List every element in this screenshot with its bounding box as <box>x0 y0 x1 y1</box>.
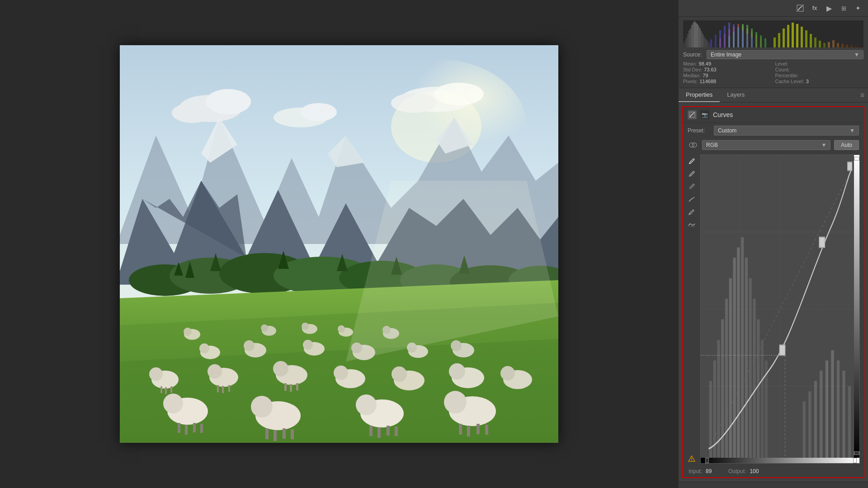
curves-tools <box>687 155 698 464</box>
stddev-value: 73.63 <box>704 67 717 72</box>
percentile-label: Percentile: <box>775 73 799 78</box>
svg-rect-63 <box>290 384 292 392</box>
svg-point-86 <box>356 394 377 415</box>
panel-tabs: Properties Layers ≡ <box>679 88 868 103</box>
source-row: Source: Entire Image ▼ <box>683 50 863 59</box>
svg-point-99 <box>172 103 212 123</box>
curves-graph[interactable] <box>700 155 860 464</box>
svg-rect-174 <box>859 46 862 47</box>
svg-rect-153 <box>746 34 748 47</box>
svg-rect-89 <box>387 426 390 436</box>
mean-value: 98.49 <box>699 61 712 66</box>
svg-rect-64 <box>296 383 298 390</box>
output-slider-top[interactable] <box>854 157 859 160</box>
right-panel-scrollbar[interactable] <box>679 482 868 488</box>
panel-icon-settings[interactable]: ✦ <box>852 2 864 14</box>
warning-icon <box>687 454 697 464</box>
svg-rect-125 <box>709 43 710 47</box>
median-label: Median: <box>683 73 701 78</box>
cache-label: Cache Level: <box>775 79 804 84</box>
svg-point-43 <box>303 340 313 350</box>
svg-rect-90 <box>395 427 398 436</box>
svg-rect-192 <box>709 381 712 463</box>
curves-adjustment-icon <box>688 110 697 119</box>
svg-rect-96 <box>485 425 488 435</box>
svg-rect-166 <box>823 43 826 47</box>
svg-rect-154 <box>751 38 753 47</box>
svg-rect-197 <box>729 278 732 463</box>
svg-rect-62 <box>284 383 287 391</box>
svg-rect-194 <box>717 340 720 463</box>
svg-rect-155 <box>774 38 776 47</box>
svg-rect-198 <box>733 258 736 463</box>
svg-point-80 <box>251 396 273 418</box>
eyedropper-gray-tool[interactable] <box>687 169 697 179</box>
svg-rect-54 <box>170 386 172 393</box>
svg-rect-173 <box>855 46 857 47</box>
source-dropdown[interactable]: Entire Image ▼ <box>707 50 863 59</box>
svg-rect-108 <box>686 38 687 47</box>
channel-dropdown[interactable]: RGB ▼ <box>702 140 830 150</box>
svg-point-101 <box>434 83 484 105</box>
svg-rect-112 <box>691 25 693 47</box>
input-slider-right[interactable] <box>853 458 857 463</box>
svg-rect-147 <box>719 30 721 47</box>
svg-point-45 <box>351 343 362 353</box>
eyedropper-white-tool[interactable] <box>687 156 697 166</box>
svg-rect-95 <box>476 424 480 434</box>
svg-rect-159 <box>792 23 794 47</box>
svg-rect-205 <box>761 340 764 463</box>
svg-rect-171 <box>846 45 848 47</box>
input-label: Input: <box>689 468 702 474</box>
svg-rect-170 <box>841 44 844 47</box>
svg-rect-165 <box>819 41 821 47</box>
svg-rect-106 <box>683 43 684 47</box>
histogram-stats: Mean: 98.49 Level: Std Dev: 73.63 Count:… <box>683 61 863 84</box>
panel-icon-curves[interactable] <box>794 2 807 14</box>
output-value: 100 <box>750 468 763 474</box>
tab-layers[interactable]: Layers <box>720 88 752 102</box>
panel-icon-play[interactable]: ▶ <box>823 2 835 14</box>
svg-rect-150 <box>733 24 735 47</box>
svg-rect-201 <box>745 258 748 463</box>
svg-rect-82 <box>274 430 277 441</box>
eyedropper-black-tool[interactable] <box>687 182 697 192</box>
svg-point-74 <box>163 394 183 413</box>
cache-value: 3 <box>806 79 809 84</box>
output-slider-bottom[interactable] <box>854 451 859 455</box>
svg-rect-146 <box>715 35 717 47</box>
auto-button[interactable]: Auto <box>834 140 859 150</box>
svg-rect-116 <box>697 24 698 47</box>
panel-menu-icon[interactable]: ≡ <box>860 91 864 99</box>
curves-io-row: Input: 89 Output: 100 <box>683 465 863 477</box>
channel-select-icon[interactable] <box>688 140 698 150</box>
smooth-tool[interactable] <box>687 220 697 230</box>
svg-rect-195 <box>721 319 724 463</box>
svg-point-98 <box>206 89 251 114</box>
svg-rect-58 <box>222 386 224 393</box>
svg-line-181 <box>689 213 690 214</box>
count-label: Count: <box>775 67 790 72</box>
output-label: Output: <box>728 468 746 474</box>
svg-rect-81 <box>265 428 269 439</box>
svg-rect-88 <box>377 427 381 438</box>
svg-point-178 <box>689 163 690 164</box>
histogram-section: Source: Entire Image ▼ Mean: 98.49 Level… <box>679 17 868 88</box>
draw-curve-tool[interactable] <box>687 194 697 204</box>
svg-rect-169 <box>837 43 839 47</box>
curves-panel: 📷 Curves Preset: Custom ▼ <box>682 106 864 478</box>
panel-icon-fx[interactable]: fx <box>808 2 821 14</box>
svg-point-35 <box>338 325 345 333</box>
input-slider-left[interactable] <box>705 458 709 463</box>
tab-properties[interactable]: Properties <box>679 88 720 102</box>
svg-rect-160 <box>796 24 798 47</box>
preset-dropdown[interactable]: Custom ▼ <box>714 126 859 136</box>
svg-rect-213 <box>837 361 840 463</box>
svg-rect-212 <box>831 350 834 463</box>
svg-rect-200 <box>741 237 744 463</box>
svg-rect-207 <box>803 402 806 463</box>
pencil-tool[interactable] <box>687 207 697 217</box>
svg-rect-77 <box>193 423 196 432</box>
svg-rect-76 <box>185 425 188 435</box>
panel-icon-adjust[interactable]: ⊞ <box>837 2 850 14</box>
